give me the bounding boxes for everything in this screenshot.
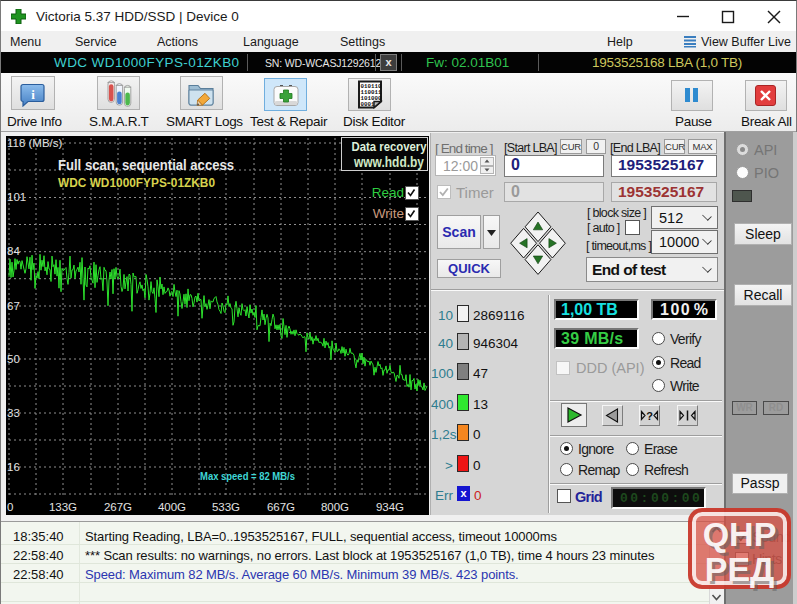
- svg-text:Read: Read: [372, 185, 404, 200]
- svg-text:Data recovery: Data recovery: [352, 139, 428, 154]
- svg-text:?: ?: [646, 410, 653, 422]
- svg-text:267G: 267G: [104, 501, 132, 513]
- svg-text:118 (MB/s): 118 (MB/s): [7, 137, 63, 149]
- svg-text:84: 84: [7, 245, 20, 257]
- svg-text:934G: 934G: [376, 501, 404, 513]
- svg-text:667G: 667G: [267, 501, 295, 513]
- svg-text:Max speed = 82 MB/s: Max speed = 82 MB/s: [200, 470, 295, 482]
- svg-text:0001: 0001: [361, 101, 375, 108]
- svg-text:WDC WD1000FYPS-01ZKB0: WDC WD1000FYPS-01ZKB0: [58, 175, 215, 190]
- svg-text:50: 50: [7, 353, 20, 365]
- svg-text:67: 67: [7, 300, 20, 312]
- svg-text:16: 16: [7, 461, 20, 473]
- svg-text:33: 33: [7, 407, 20, 419]
- svg-text:133G: 133G: [49, 501, 77, 513]
- svg-text:101: 101: [7, 191, 26, 203]
- svg-text:533G: 533G: [212, 501, 240, 513]
- svg-text:800G: 800G: [321, 501, 349, 513]
- svg-text:Write: Write: [373, 206, 404, 221]
- svg-text:400G: 400G: [158, 501, 186, 513]
- svg-text:Full scan, sequential access: Full scan, sequential access: [58, 157, 234, 173]
- svg-text:www.hdd.by: www.hdd.by: [353, 154, 424, 170]
- svg-text:0: 0: [7, 501, 13, 513]
- svg-text:i: i: [31, 87, 35, 102]
